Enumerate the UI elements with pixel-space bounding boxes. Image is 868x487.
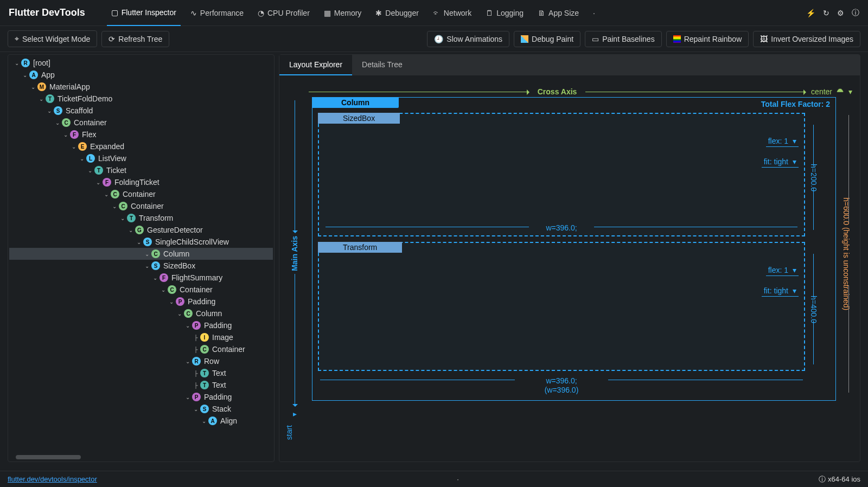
tab-inspector[interactable]: ▢Flutter Inspector bbox=[107, 0, 181, 26]
tree-node[interactable]: ⌄RRow bbox=[9, 355, 273, 367]
chevron-down-icon[interactable]: ⌄ bbox=[168, 299, 175, 305]
tab-debugger[interactable]: ✱Debugger bbox=[371, 0, 423, 26]
tab-network[interactable]: ᯤNetwork bbox=[429, 0, 476, 26]
tree-leaf-icon[interactable]: ├ bbox=[193, 335, 199, 341]
fit-select-2[interactable]: fit: tight▾ bbox=[762, 285, 799, 297]
tree-node[interactable]: ⌄SScaffold bbox=[9, 105, 273, 117]
tree-leaf-icon[interactable]: ├ bbox=[193, 382, 199, 388]
tree-node[interactable]: ⌄MMaterialApp bbox=[9, 81, 273, 93]
tree-node[interactable]: ├TText bbox=[9, 379, 273, 391]
chevron-down-icon[interactable]: ⌄ bbox=[193, 406, 199, 412]
tree-node[interactable]: ├IImage bbox=[9, 331, 273, 343]
chevron-down-icon[interactable]: ⌄ bbox=[119, 215, 126, 221]
settings-icon[interactable]: ⚙ bbox=[837, 9, 844, 17]
chevron-down-icon[interactable]: ⌄ bbox=[144, 251, 150, 257]
tab-memory[interactable]: ▦Memory bbox=[320, 0, 366, 26]
tree-node[interactable]: ⌄GGestureDetector bbox=[9, 224, 273, 236]
tree-node[interactable]: ⌄CContainer bbox=[9, 284, 273, 296]
flex-select-2[interactable]: flex: 1▾ bbox=[766, 265, 799, 276]
help-icon[interactable]: ⓘ bbox=[852, 8, 859, 18]
tree-node[interactable]: ├TText bbox=[9, 367, 273, 379]
history-icon[interactable]: ↻ bbox=[823, 9, 829, 17]
select-widget-button[interactable]: ⌖Select Widget Mode bbox=[8, 30, 97, 47]
tree-node[interactable]: ⌄PPadding bbox=[9, 319, 273, 331]
slow-animations-button[interactable]: 🕘Slow Animations bbox=[427, 31, 509, 47]
flex-select-1[interactable]: flex: 1▾ bbox=[766, 136, 799, 147]
tree-node[interactable]: ⌄FFoldingTicket bbox=[9, 176, 273, 188]
docs-link[interactable]: flutter.dev/devtools/inspector bbox=[8, 475, 97, 483]
tree-node[interactable]: ⌄EExpanded bbox=[9, 140, 273, 152]
main-axis-alignment-select[interactable]: start bbox=[285, 425, 293, 440]
tree-node-label: Padding bbox=[204, 393, 232, 401]
chevron-down-icon[interactable]: ⌄ bbox=[184, 358, 191, 364]
tab-details-tree[interactable]: Details Tree bbox=[352, 55, 412, 75]
bolt-icon[interactable]: ⚡ bbox=[806, 9, 815, 17]
tree-node[interactable]: ⌄FFlex bbox=[9, 129, 273, 140]
tree-node[interactable]: ⌄SSingleChildScrollView bbox=[9, 236, 273, 248]
chevron-down-icon[interactable]: ⌄ bbox=[201, 418, 207, 424]
tree-node[interactable]: ⌄CColumn bbox=[9, 307, 273, 319]
tree-node[interactable]: ⌄SStack bbox=[9, 403, 273, 415]
chevron-down-icon[interactable]: ⌄ bbox=[38, 96, 44, 102]
tab-appsize[interactable]: 🗎App Size bbox=[533, 0, 583, 26]
chevron-down-icon[interactable]: ⌄ bbox=[136, 239, 142, 245]
chevron-down-icon[interactable]: ⌄ bbox=[184, 394, 191, 400]
debug-paint-button[interactable]: Debug Paint bbox=[514, 31, 580, 47]
paint-baselines-button[interactable]: ▭Paint Baselines bbox=[585, 31, 662, 47]
tab-more[interactable]: · bbox=[589, 0, 599, 26]
chevron-down-icon: ▾ bbox=[848, 87, 852, 96]
tree-node[interactable]: ⌄PPadding bbox=[9, 391, 273, 403]
chevron-down-icon[interactable]: ⌄ bbox=[152, 275, 158, 281]
chevron-down-icon[interactable]: ⌄ bbox=[54, 120, 61, 126]
chevron-down-icon[interactable]: ⌄ bbox=[95, 180, 101, 185]
chevron-down-icon[interactable]: ⌄ bbox=[62, 132, 69, 138]
tree-node[interactable]: ⌄TTicket bbox=[9, 164, 273, 176]
tree-node-label: App bbox=[41, 71, 55, 79]
tree-node[interactable]: ⌄AAlign bbox=[9, 415, 273, 427]
tree-node[interactable]: ⌄FFlightSummary bbox=[9, 272, 273, 284]
invert-images-button[interactable]: 🖼Invert Oversized Images bbox=[753, 31, 860, 47]
tab-logging[interactable]: 🗒Logging bbox=[481, 0, 528, 26]
tree-node[interactable]: ⌄CContainer bbox=[9, 117, 273, 129]
chevron-down-icon[interactable]: ⌄ bbox=[71, 144, 77, 150]
child-sizedbox[interactable]: SizedBox flex: 1▾ fit: tight▾ w=396.0; h… bbox=[318, 113, 805, 236]
chevron-down-icon[interactable]: ⌄ bbox=[30, 84, 36, 90]
repaint-rainbow-button[interactable]: Repaint Rainbow bbox=[666, 31, 749, 47]
tree-node[interactable]: ⌄SSizedBox bbox=[9, 260, 273, 272]
tree-node[interactable]: ⌄TTransform bbox=[9, 212, 273, 224]
tree-leaf-icon[interactable]: ├ bbox=[193, 370, 199, 376]
tree-node[interactable]: ⌄R[root] bbox=[9, 57, 273, 69]
tree-node[interactable]: ⌄PPadding bbox=[9, 296, 273, 307]
tree-node[interactable]: ⌄LListView bbox=[9, 152, 273, 164]
chevron-down-icon[interactable]: ⌄ bbox=[176, 311, 183, 317]
chevron-down-icon[interactable]: ⌄ bbox=[79, 156, 85, 162]
tab-layout-explorer[interactable]: Layout Explorer bbox=[279, 55, 352, 75]
tree-node[interactable]: ├CContainer bbox=[9, 343, 273, 355]
tree-node[interactable]: ⌄CColumn bbox=[9, 248, 273, 260]
tree-node[interactable]: ⌄TTicketFoldDemo bbox=[9, 93, 273, 105]
chevron-down-icon[interactable]: ⌄ bbox=[111, 203, 118, 209]
cross-axis-alignment-select[interactable]: center ⯊ ▾ bbox=[811, 87, 852, 96]
chevron-down-icon[interactable]: ⌄ bbox=[144, 263, 150, 269]
chevron-down-icon[interactable]: ⌄ bbox=[103, 191, 110, 197]
refresh-tree-button[interactable]: ⟳Refresh Tree bbox=[101, 31, 169, 47]
tree-node[interactable]: ⌄CContainer bbox=[9, 188, 273, 200]
widget-tree-panel[interactable]: ⌄R[root]⌄AApp⌄MMaterialApp⌄TTicketFoldDe… bbox=[8, 54, 275, 462]
tab-cpu[interactable]: ◔CPU Profiler bbox=[253, 0, 314, 26]
tree-node[interactable]: ⌄AApp bbox=[9, 69, 273, 81]
chevron-down-icon[interactable]: ⌄ bbox=[87, 168, 93, 174]
chevron-down-icon[interactable]: ⌄ bbox=[22, 72, 28, 78]
tree-node[interactable]: ⌄CContainer bbox=[9, 200, 273, 212]
chevron-down-icon[interactable]: ⌄ bbox=[127, 227, 134, 233]
tab-performance[interactable]: ∿Performance bbox=[186, 0, 248, 26]
chevron-down-icon[interactable]: ⌄ bbox=[160, 287, 167, 293]
chevron-down-icon[interactable]: ⌄ bbox=[46, 108, 53, 114]
tree-leaf-icon[interactable]: ├ bbox=[193, 347, 199, 353]
chevron-down-icon[interactable]: ⌄ bbox=[184, 323, 191, 329]
widget-badge: E bbox=[78, 142, 87, 151]
child-transform[interactable]: Transform flex: 1▾ fit: tight▾ h=400.0 bbox=[318, 242, 805, 371]
widget-badge: P bbox=[192, 393, 201, 401]
tree-scrollbar[interactable] bbox=[16, 455, 81, 459]
chevron-down-icon[interactable]: ⌄ bbox=[14, 60, 20, 66]
fit-select-1[interactable]: fit: tight▾ bbox=[762, 156, 799, 168]
